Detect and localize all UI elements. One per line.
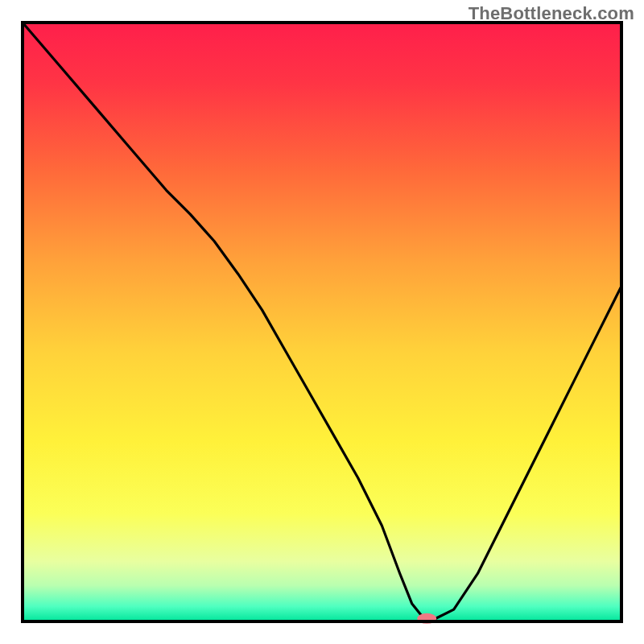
bottleneck-chart bbox=[0, 0, 644, 644]
chart-container: TheBottleneck.com bbox=[0, 0, 644, 644]
watermark-text: TheBottleneck.com bbox=[469, 3, 634, 24]
chart-background-gradient bbox=[23, 23, 621, 621]
